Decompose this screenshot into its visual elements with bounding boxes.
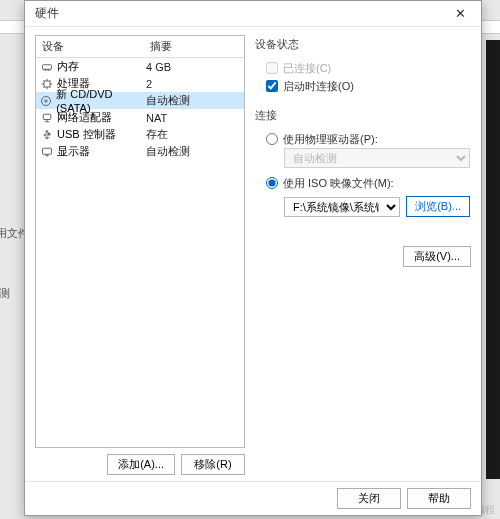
iso-path-select[interactable]: F:\系统镜像\系统镜像iso\ubun — [284, 197, 400, 217]
titlebar: 硬件 ✕ — [25, 1, 481, 27]
use-iso-label: 使用 ISO 映像文件(M): — [283, 176, 394, 191]
svg-point-5 — [44, 134, 46, 136]
device-summary: 2 — [144, 78, 244, 90]
bg-text: 测 — [0, 286, 10, 301]
dialog-footer: 关闭 帮助 — [25, 481, 481, 515]
usb-icon — [40, 128, 53, 141]
connection-group-title: 连接 — [255, 108, 471, 123]
physical-drive-select: 自动检测 — [284, 148, 470, 168]
connected-checkbox — [266, 62, 278, 74]
col-device: 设备 — [36, 36, 144, 57]
connect-at-poweron-checkbox[interactable] — [266, 80, 278, 92]
device-summary: 4 GB — [144, 61, 244, 73]
close-icon[interactable]: ✕ — [445, 4, 475, 24]
svg-rect-6 — [48, 133, 50, 135]
device-row[interactable]: 网络适配器NAT — [36, 109, 244, 126]
device-name: USB 控制器 — [57, 127, 116, 142]
col-summary: 摘要 — [144, 36, 244, 57]
connect-at-poweron-label: 启动时连接(O) — [283, 79, 354, 94]
device-summary: 存在 — [144, 127, 244, 142]
status-group-title: 设备状态 — [255, 37, 471, 52]
advanced-button[interactable]: 高级(V)... — [403, 246, 471, 267]
display-icon — [40, 145, 53, 158]
browse-button[interactable]: 浏览(B)... — [406, 196, 470, 217]
device-row[interactable]: 显示器自动检测 — [36, 143, 244, 160]
device-row[interactable]: 内存4 GB — [36, 58, 244, 75]
close-button[interactable]: 关闭 — [337, 488, 401, 509]
device-summary: 自动检测 — [144, 144, 244, 159]
use-iso-radio[interactable] — [266, 177, 278, 189]
device-name: 网络适配器 — [57, 110, 112, 125]
svg-rect-4 — [43, 114, 51, 119]
device-summary: NAT — [144, 112, 244, 124]
device-row[interactable]: 新 CD/DVD (SATA)自动检测 — [36, 92, 244, 109]
disc-icon — [40, 94, 52, 107]
device-row[interactable]: USB 控制器存在 — [36, 126, 244, 143]
device-summary: 自动检测 — [144, 93, 244, 108]
network-icon — [40, 111, 53, 124]
svg-point-2 — [42, 96, 51, 105]
memory-icon — [40, 60, 53, 73]
device-name: 内存 — [57, 59, 79, 74]
help-button[interactable]: 帮助 — [407, 488, 471, 509]
connected-label: 已连接(C) — [283, 61, 331, 76]
svg-rect-0 — [42, 64, 51, 69]
svg-rect-1 — [44, 81, 50, 87]
svg-rect-7 — [42, 148, 51, 154]
remove-button[interactable]: 移除(R) — [181, 454, 245, 475]
use-physical-label: 使用物理驱动器(P): — [283, 132, 378, 147]
svg-point-3 — [45, 99, 47, 101]
add-button[interactable]: 添加(A)... — [107, 454, 175, 475]
device-list[interactable]: 设备 摘要 内存4 GB处理器2新 CD/DVD (SATA)自动检测网络适配器… — [35, 35, 245, 448]
hardware-dialog: 硬件 ✕ 设备 摘要 内存4 GB处理器2新 CD/DVD (SATA)自动检测… — [24, 0, 482, 516]
use-physical-radio[interactable] — [266, 133, 278, 145]
device-name: 显示器 — [57, 144, 90, 159]
dialog-title: 硬件 — [35, 5, 59, 22]
device-list-header: 设备 摘要 — [36, 36, 244, 58]
